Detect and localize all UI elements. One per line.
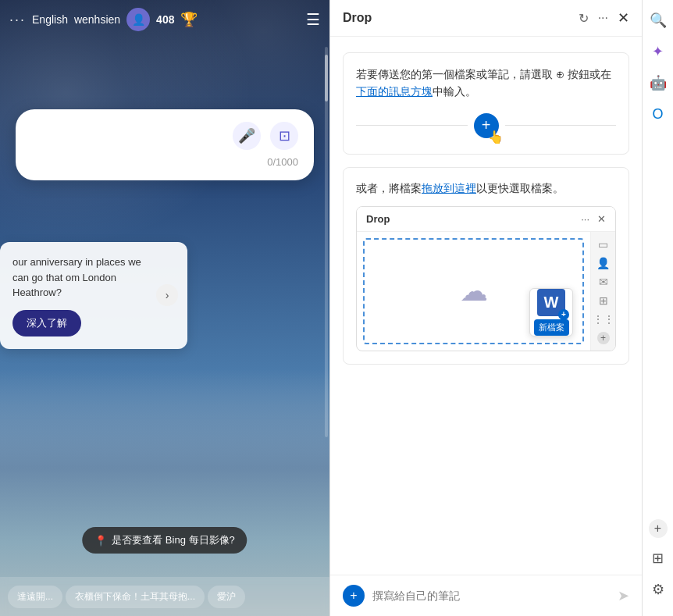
drag-drop-section: 或者，將檔案拖放到這裡以更快選取檔案。 Drop ··· ✕ xyxy=(343,167,629,365)
search-sidebar-button[interactable]: 🔍 xyxy=(644,6,672,34)
note-input[interactable] xyxy=(372,589,610,602)
more-icon[interactable]: ··· xyxy=(598,11,608,25)
outlook-sidebar-button[interactable]: O xyxy=(644,100,672,128)
mini-drop-title: Drop xyxy=(366,213,581,225)
mic-button[interactable]: 🎤 xyxy=(233,122,261,150)
far-right-sidebar: 🔍 ✦ 🤖 O + ⊞ ⚙ xyxy=(642,0,673,616)
avatar[interactable]: 👤 xyxy=(126,8,150,31)
word-add-circle: + xyxy=(558,309,569,320)
mini-file-icon: ▭ xyxy=(598,238,608,251)
avatar-icon: 👤 xyxy=(132,13,145,26)
footer-plus-icon: + xyxy=(350,589,357,603)
sparkle-sidebar-button[interactable]: ✦ xyxy=(644,37,672,66)
refresh-icon[interactable]: ↻ xyxy=(579,11,589,26)
learn-more-button[interactable]: 深入了解 xyxy=(12,310,81,336)
search-icons: 🎤 ⊡ xyxy=(31,122,298,150)
news-item-2[interactable]: 衣櫃倒下保命！土耳其母抱... xyxy=(66,586,205,608)
expand-sidebar-button[interactable]: ⊞ xyxy=(644,544,672,572)
username-label: wenhsien xyxy=(74,13,120,26)
word-icon: W + xyxy=(537,289,565,316)
left-panel: ··· English wenhsien 👤 408 🏆 ☰ 🎤 ⊡ 0/100… xyxy=(0,0,329,616)
close-button[interactable]: ✕ xyxy=(618,9,629,27)
top-bar: ··· English wenhsien 👤 408 🏆 ☰ xyxy=(0,0,329,39)
mini-grid-icon: ⋮⋮ xyxy=(593,313,614,326)
search-sidebar-icon: 🔍 xyxy=(650,12,667,29)
scrollbar-thumb xyxy=(325,55,328,101)
mini-person-icon: 👤 xyxy=(596,257,610,269)
search-area: 🎤 ⊡ 0/1000 xyxy=(16,109,314,180)
trophy-icon: 🏆 xyxy=(180,11,198,28)
dots-menu[interactable]: ··· xyxy=(9,12,26,28)
news-item-1[interactable]: 達遠開... xyxy=(8,586,62,608)
add-line-right xyxy=(505,125,617,126)
drop-window: Drop ↻ ··· ✕ 若要傳送您的第一個檔案或筆記，請選取 ⊕ 按鈕或在下面… xyxy=(329,0,642,616)
gear-icon: ⚙ xyxy=(652,581,664,598)
add-line-left xyxy=(356,125,468,126)
camera-button[interactable]: ⊡ xyxy=(270,122,298,150)
drop-header-icons: ↻ ··· ✕ xyxy=(579,9,629,27)
drop-header: Drop ↻ ··· ✕ xyxy=(330,0,642,37)
card-arrow-button[interactable]: › xyxy=(156,284,178,306)
sparkle-icon: ✦ xyxy=(652,43,664,60)
hand-cursor-icon: 👆 xyxy=(488,130,504,144)
new-file-button[interactable]: 新檔案 xyxy=(534,319,569,336)
drag-drop-text: 或者，將檔案拖放到這裡以更快選取檔案。 xyxy=(356,180,616,197)
search-counter: 0/1000 xyxy=(31,156,298,168)
copilot-icon: 🤖 xyxy=(650,74,667,91)
drop-footer: + ➤ xyxy=(330,575,642,616)
message-link[interactable]: 下面的訊息方塊 xyxy=(356,85,433,98)
right-panel: Drop ↻ ··· ✕ 若要傳送您的第一個檔案或筆記，請選取 ⊕ 按鈕或在下面… xyxy=(329,0,642,616)
daily-image-notification[interactable]: 📍 是否要查看 Bing 每日影像? xyxy=(82,527,247,554)
word-doc-icon[interactable]: W + 新檔案 xyxy=(529,288,573,336)
outlook-icon: O xyxy=(652,106,663,123)
mini-drop-header: Drop ··· ✕ xyxy=(357,207,615,232)
mini-drop-header-icons: ··· ✕ xyxy=(581,213,606,225)
mini-apps-icon[interactable]: ⊞ xyxy=(599,294,608,307)
mini-drop-sidebar: ▭ 👤 ✉ ⊞ ⋮⋮ + xyxy=(590,232,615,351)
news-item-3[interactable]: 愛沪 xyxy=(208,586,245,608)
add-content-button[interactable]: + 👆 xyxy=(474,113,499,138)
left-scrollbar[interactable] xyxy=(325,47,328,437)
mini-drop-window: Drop ··· ✕ ☁ W xyxy=(356,206,616,351)
menu-icon[interactable]: ☰ xyxy=(306,10,320,29)
info-card: our anniversary in places we can go that… xyxy=(0,242,187,349)
location-icon: 📍 xyxy=(94,535,107,547)
copilot-sidebar-button[interactable]: 🤖 xyxy=(644,69,672,97)
footer-add-button[interactable]: + xyxy=(343,585,365,607)
mini-drop-body: ☁ W + 新檔案 ▭ 👤 xyxy=(357,232,615,351)
mini-more-icon[interactable]: ··· xyxy=(581,213,589,225)
mic-icon: 🎤 xyxy=(238,127,255,144)
intro-message-card: 若要傳送您的第一個檔案或筆記，請選取 ⊕ 按鈕或在下面的訊息方塊中輸入。 + 👆 xyxy=(343,52,629,155)
sidebar-add-button[interactable]: + xyxy=(649,519,668,538)
notification-text: 是否要查看 Bing 每日影像? xyxy=(112,533,234,547)
drop-zone[interactable]: ☁ W + 新檔案 xyxy=(363,238,584,344)
mini-send-icon[interactable]: ✉ xyxy=(599,276,608,288)
intro-message-text: 若要傳送您的第一個檔案或筆記，請選取 ⊕ 按鈕或在下面的訊息方塊中輸入。 xyxy=(356,66,616,101)
settings-button[interactable]: ⚙ xyxy=(644,575,672,604)
drag-link: 拖放到這裡 xyxy=(422,182,476,194)
upload-cloud-icon: ☁ xyxy=(460,275,488,308)
send-button[interactable]: ➤ xyxy=(618,587,629,604)
mini-add-button[interactable]: + xyxy=(597,332,610,344)
expand-icon: ⊞ xyxy=(652,550,664,567)
news-strip: 達遠開... 衣櫃倒下保命！土耳其母抱... 愛沪 xyxy=(0,577,329,616)
drop-content: 若要傳送您的第一個檔案或筆記，請選取 ⊕ 按鈕或在下面的訊息方塊中輸入。 + 👆… xyxy=(330,37,642,575)
drop-title: Drop xyxy=(343,11,579,25)
language-label[interactable]: English xyxy=(32,13,68,26)
mini-close-icon[interactable]: ✕ xyxy=(597,213,606,225)
card-text: our anniversary in places we can go that… xyxy=(12,255,156,301)
camera-icon: ⊡ xyxy=(279,127,290,144)
score-label: 408 xyxy=(156,13,174,26)
